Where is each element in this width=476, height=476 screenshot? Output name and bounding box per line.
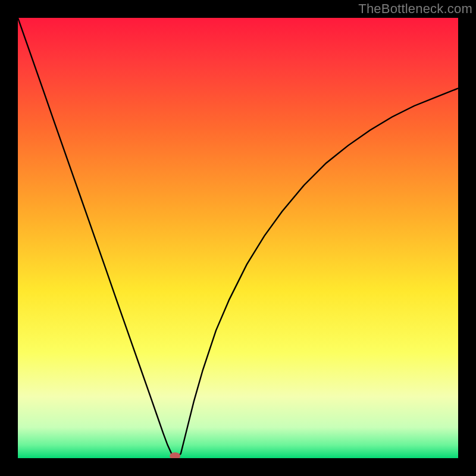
- chart-frame: TheBottleneck.com: [0, 0, 476, 476]
- plot-area: [18, 18, 458, 458]
- bottleneck-curve: [18, 18, 458, 458]
- watermark-text: TheBottleneck.com: [358, 1, 472, 17]
- curve-layer: [18, 18, 458, 458]
